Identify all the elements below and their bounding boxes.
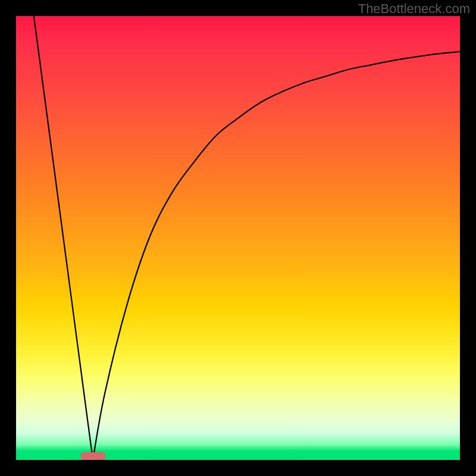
bottleneck-curve [34, 16, 460, 460]
chart-frame: TheBottleneck.com [0, 0, 476, 476]
minimum-marker [80, 452, 106, 460]
curve-svg [16, 16, 460, 460]
plot-area [16, 16, 460, 460]
watermark-text: TheBottleneck.com [358, 1, 470, 17]
